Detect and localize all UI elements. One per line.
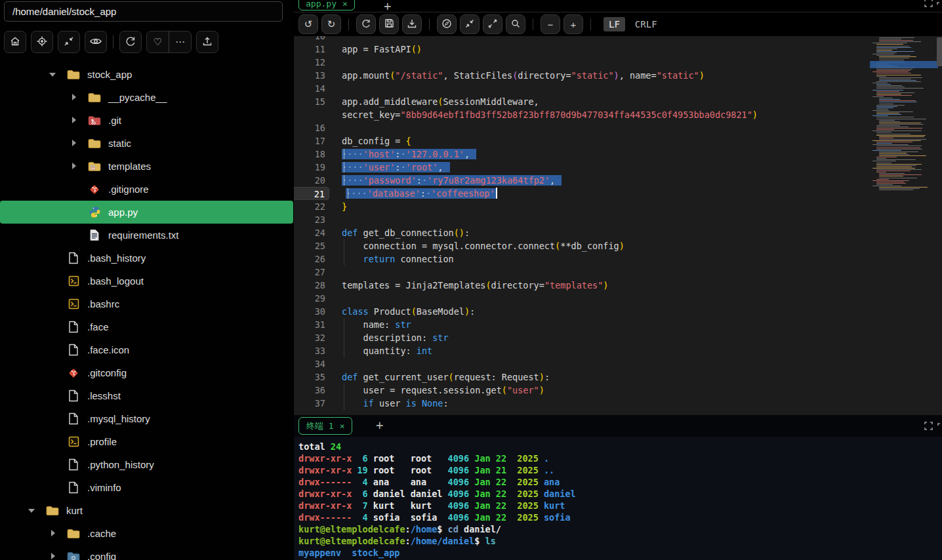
tab-close-icon[interactable]: × bbox=[342, 0, 348, 9]
code-line[interactable]: 26 return connection bbox=[294, 252, 870, 266]
toggle-hidden-button[interactable] bbox=[85, 31, 107, 53]
home-button[interactable] bbox=[4, 31, 26, 53]
undo-button[interactable]: ↺ bbox=[298, 14, 318, 34]
caret-right-icon[interactable] bbox=[49, 552, 58, 560]
code-line[interactable]: 32 description: str bbox=[294, 331, 870, 344]
tree-item--bash-logout[interactable]: .bash_logout bbox=[0, 270, 293, 292]
tree-item--viminfo[interactable]: .viminfo bbox=[0, 476, 293, 499]
tree-item-label: .config bbox=[87, 551, 116, 560]
code-line[interactable]: 28templates = Jinja2Templates(directory=… bbox=[294, 279, 870, 292]
fullscreen-icon[interactable] bbox=[924, 0, 933, 10]
code-line[interactable]: 12 bbox=[294, 56, 870, 69]
terminal-tab-close-icon[interactable]: × bbox=[340, 421, 345, 431]
search-button[interactable] bbox=[506, 14, 525, 34]
code-line[interactable]: 15app.add_middleware(SessionMiddleware, bbox=[294, 95, 870, 108]
code-line[interactable]: 30class Product(BaseModel): bbox=[294, 305, 870, 318]
code-line[interactable]: 34 bbox=[294, 357, 870, 370]
locate-button[interactable] bbox=[31, 31, 53, 53]
font-decrease-button[interactable]: − bbox=[541, 14, 560, 34]
line-ending-crlf[interactable]: CRLF bbox=[635, 19, 657, 30]
code-line[interactable]: 36 user = request.session.get("user") bbox=[294, 384, 870, 397]
tree-item-stock-app[interactable]: stock_app bbox=[0, 63, 293, 86]
code-line[interactable]: 19····'user':·'root', bbox=[294, 161, 870, 174]
tree-item-static[interactable]: static bbox=[0, 132, 293, 155]
save-icon bbox=[384, 18, 394, 30]
code-line[interactable]: 29 bbox=[294, 292, 870, 305]
code-line[interactable]: 25 connection = mysql.connector.connect(… bbox=[294, 239, 870, 252]
caret-down-icon[interactable] bbox=[28, 506, 37, 515]
tree-item--face-icon[interactable]: .face.icon bbox=[0, 338, 293, 361]
minimap[interactable] bbox=[872, 37, 935, 231]
tab-app-py[interactable]: app.py × bbox=[298, 0, 355, 10]
code-line[interactable]: 18····'host':·'127.0.0.1', bbox=[294, 148, 870, 161]
caret-right-icon[interactable] bbox=[70, 93, 79, 102]
code-line[interactable]: 13app.mount("/static", StaticFiles(direc… bbox=[294, 69, 870, 82]
upload-button[interactable] bbox=[196, 31, 218, 53]
code-line[interactable]: 35def get_current_user(request: Request)… bbox=[294, 370, 870, 384]
code-line[interactable]: 23 bbox=[294, 213, 870, 226]
tree-item-kurt[interactable]: kurt bbox=[0, 499, 293, 522]
code-line[interactable]: 11app = FastAPI() bbox=[294, 43, 870, 56]
tree-item--config[interactable]: .config bbox=[0, 545, 293, 560]
tree-item--python-history[interactable]: .python_history bbox=[0, 453, 293, 476]
code-line[interactable]: 21····'database':·'coffeeshop' bbox=[294, 187, 870, 200]
code-line[interactable]: 10 bbox=[294, 36, 870, 43]
code-line[interactable]: 33 quantity: int bbox=[294, 344, 870, 357]
redo-button[interactable]: ↻ bbox=[321, 14, 341, 34]
code-line[interactable]: secret_key="8bb9d64ebf1fbd3ff52b8f23bff8… bbox=[294, 108, 870, 121]
caret-right-icon[interactable] bbox=[70, 116, 79, 125]
code-line[interactable]: 24def get_db_connection(): bbox=[294, 226, 870, 239]
code-line[interactable]: 22} bbox=[294, 200, 870, 213]
fullscreen-icon[interactable] bbox=[924, 421, 933, 433]
caret-right-icon[interactable] bbox=[70, 162, 79, 171]
code-line[interactable]: 37 if user is None: bbox=[294, 397, 870, 410]
format-button[interactable] bbox=[437, 14, 457, 34]
caret-right-icon[interactable] bbox=[70, 139, 79, 148]
tree-item-requirements-txt[interactable]: requirements.txt bbox=[0, 224, 293, 247]
tree-item--face[interactable]: .face bbox=[0, 315, 293, 338]
favorites-more-button[interactable]: ♡ ⋯ bbox=[146, 31, 192, 53]
tree-item--mysql-history[interactable]: .mysql_history bbox=[0, 407, 293, 430]
line-ending-lf[interactable]: LF bbox=[604, 17, 625, 31]
more-icon[interactable]: ⋯ bbox=[169, 31, 191, 52]
code-line[interactable]: 14 bbox=[294, 82, 870, 95]
collapse-all-button[interactable] bbox=[58, 31, 80, 53]
code-line[interactable]: 31 name: str bbox=[294, 318, 870, 331]
reload-button[interactable] bbox=[356, 14, 376, 34]
new-terminal-button[interactable]: + bbox=[376, 418, 383, 432]
tree-item--gitconfig[interactable]: .gitconfig bbox=[0, 361, 293, 384]
font-increase-button[interactable]: + bbox=[563, 14, 583, 34]
download-button[interactable] bbox=[402, 14, 422, 34]
refresh-button[interactable] bbox=[119, 31, 142, 53]
tree-item-templates[interactable]: templates bbox=[0, 155, 293, 178]
tree-item-label: .gitconfig bbox=[87, 367, 127, 378]
code-area[interactable]: 1011app = FastAPI()1213app.mount("/stati… bbox=[294, 36, 942, 414]
code-line[interactable]: 16 bbox=[294, 121, 870, 134]
partial-corner-icon[interactable] bbox=[937, 1, 942, 12]
caret-right-icon[interactable] bbox=[49, 529, 58, 538]
tree-item-app-py[interactable]: app.py bbox=[0, 201, 293, 224]
save-button[interactable] bbox=[379, 14, 399, 34]
file-icon bbox=[67, 321, 80, 333]
tree-item--profile[interactable]: .profile bbox=[0, 430, 293, 453]
tree-item--gitignore[interactable]: .gitignore bbox=[0, 178, 293, 201]
new-tab-button[interactable]: + bbox=[384, 0, 391, 12]
terminal-output[interactable]: total 24drwxr-xr-x 6 root root 4096 Jan … bbox=[294, 437, 942, 560]
heart-icon[interactable]: ♡ bbox=[147, 31, 169, 52]
expand-button[interactable] bbox=[483, 14, 502, 34]
code-line[interactable]: 17db_config = { bbox=[294, 134, 870, 148]
tree-item--git[interactable]: .git bbox=[0, 109, 293, 132]
tree-item--bash-history[interactable]: .bash_history bbox=[0, 247, 293, 270]
tree-item--bashrc[interactable]: .bashrc bbox=[0, 292, 293, 315]
shrink-button[interactable] bbox=[460, 14, 480, 34]
caret-down-icon[interactable] bbox=[49, 70, 58, 79]
tree-item--lesshst[interactable]: .lesshst bbox=[0, 384, 293, 407]
tree-item--pycache-[interactable]: __pycache__ bbox=[0, 86, 293, 109]
tree-item--cache[interactable]: .cache bbox=[0, 522, 293, 545]
partial-corner-icon[interactable] bbox=[937, 422, 942, 433]
path-input[interactable]: /home/daniel/stock_app bbox=[4, 1, 283, 22]
terminal-tab[interactable]: 终端 1 × bbox=[298, 417, 352, 435]
editor-scrollbar[interactable] bbox=[937, 37, 942, 66]
code-line[interactable]: 27 bbox=[294, 266, 870, 279]
code-line[interactable]: 20····'password':·'ry7u8r2amg123ka64tfp2… bbox=[294, 174, 870, 187]
